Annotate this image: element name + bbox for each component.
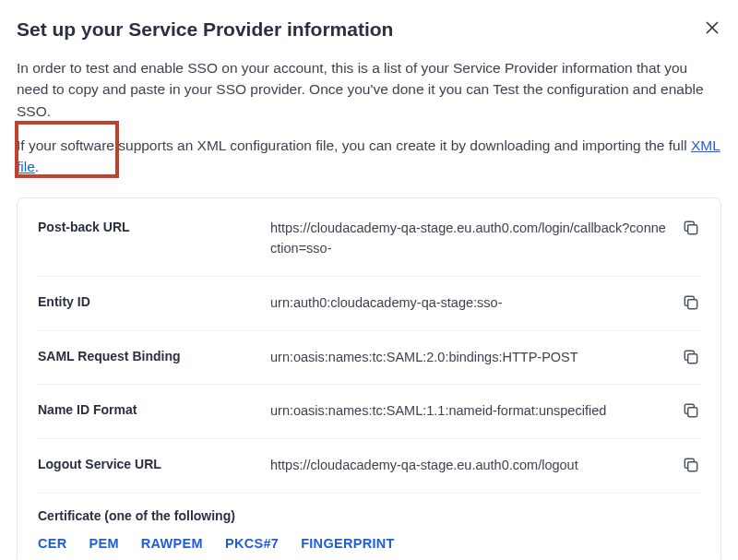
description-2-suffix: . [35, 159, 39, 174]
row-logout: Logout Service URL https://cloudacademy-… [38, 439, 700, 494]
copy-icon [682, 456, 700, 474]
row-value-nameid: urn:oasis:names:tc:SAML:1.1:nameid-forma… [270, 401, 682, 422]
copy-saml-button[interactable] [682, 348, 700, 366]
row-value-logout: https://cloudacademy-qa-stage.eu.auth0.c… [270, 456, 682, 476]
cert-formats: CER PEM RAWPEM PKCS#7 FINGERPRINT [38, 536, 700, 551]
description-2: If your software supports an XML configu… [17, 135, 721, 178]
row-label-postback: Post-back URL [38, 219, 270, 234]
description-1: In order to test and enable SSO on your … [17, 57, 721, 122]
svg-rect-3 [688, 299, 697, 308]
row-label-nameid: Name ID Format [38, 401, 270, 417]
row-nameid: Name ID Format urn:oasis:names:tc:SAML:1… [38, 385, 700, 439]
row-value-entity: urn:auth0:cloudacademy-qa-stage:sso- [270, 293, 682, 314]
row-certificate: Certificate (one of the following) CER P… [38, 494, 700, 551]
page-title: Set up your Service Provider information [17, 18, 393, 41]
cert-link-pem[interactable]: PEM [89, 536, 119, 551]
copy-icon [682, 348, 700, 366]
row-label-logout: Logout Service URL [38, 456, 270, 471]
row-label-entity: Entity ID [38, 293, 270, 309]
close-icon [705, 20, 720, 35]
copy-icon [682, 219, 700, 237]
copy-entity-button[interactable] [682, 293, 700, 312]
row-value-saml: urn:oasis:names:tc:SAML:2.0:bindings:HTT… [270, 348, 682, 368]
row-value-postback: https://cloudacademy-qa-stage.eu.auth0.c… [270, 219, 682, 259]
copy-logout-button[interactable] [682, 456, 700, 474]
copy-nameid-button[interactable] [682, 401, 700, 420]
info-card: Post-back URL https://cloudacademy-qa-st… [17, 197, 721, 560]
svg-rect-2 [688, 225, 697, 234]
row-postback: Post-back URL https://cloudacademy-qa-st… [38, 202, 700, 277]
copy-postback-button[interactable] [682, 219, 700, 237]
copy-icon [682, 401, 700, 420]
cert-link-cer[interactable]: CER [38, 536, 67, 551]
cert-link-pkcs7[interactable]: PKCS#7 [225, 536, 279, 551]
copy-icon [682, 293, 700, 312]
row-saml: SAML Request Binding urn:oasis:names:tc:… [38, 331, 700, 386]
svg-rect-6 [688, 462, 697, 471]
description-2-prefix: If your software supports an XML configu… [17, 137, 691, 153]
svg-rect-4 [688, 353, 697, 363]
svg-rect-5 [688, 408, 697, 417]
close-button[interactable] [703, 18, 721, 37]
row-entity: Entity ID urn:auth0:cloudacademy-qa-stag… [38, 277, 700, 331]
row-label-saml: SAML Request Binding [38, 348, 270, 363]
cert-link-rawpem[interactable]: RAWPEM [141, 536, 203, 551]
cert-link-fingerprint[interactable]: FINGERPRINT [301, 536, 395, 551]
cert-label: Certificate (one of the following) [38, 508, 700, 523]
